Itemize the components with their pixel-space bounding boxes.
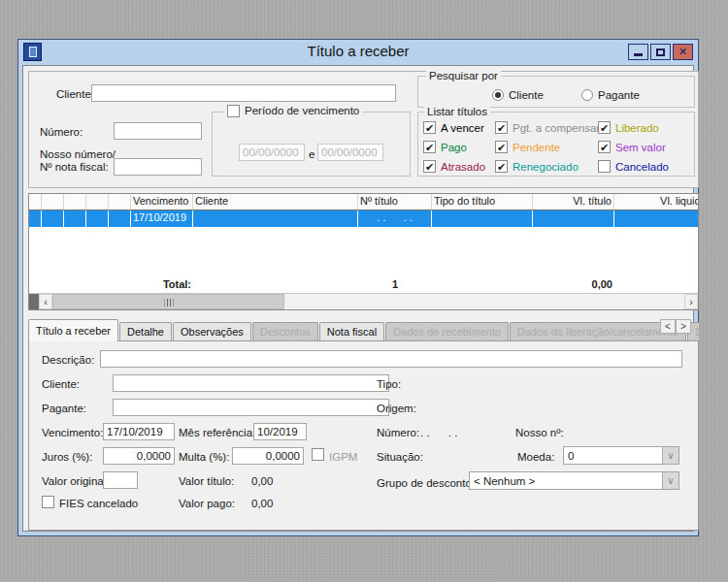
moeda-dropdown-arrow-icon[interactable]: ∨ (662, 447, 678, 464)
igpm-checkbox (312, 448, 324, 461)
tab-scroll-buttons: < > (660, 319, 691, 334)
cliente-input[interactable] (113, 374, 389, 392)
valor-original-input[interactable] (103, 471, 138, 489)
tab-detalhe[interactable]: Detalhe (119, 322, 172, 341)
nosso-numero-input[interactable] (114, 158, 202, 176)
tab-titulo-a-receber[interactable]: Título a receber (28, 319, 118, 341)
tab-scroll-right-icon[interactable]: > (676, 319, 691, 334)
valor-pago-label: Valor pago: (179, 497, 235, 510)
vencimento-input[interactable] (103, 423, 175, 440)
grid-header-vl-liquidado[interactable]: Vl. liquidado (614, 194, 699, 210)
situacao-label: Situação: (377, 450, 423, 464)
filter-checkbox-atrasado[interactable]: ✔ Atrasado (423, 159, 485, 174)
moeda-dropdown[interactable]: 0 ∨ (563, 446, 679, 465)
checkbox-checked-icon: ✔ (495, 121, 508, 134)
grid-header-vl-titulo[interactable]: Vl. título (533, 194, 614, 210)
checkbox-unchecked-icon (598, 160, 611, 173)
checkbox-checked-icon: ✔ (598, 141, 611, 153)
valor-original-label: Valor original: (42, 474, 109, 488)
grid-header-tipo-do-titulo[interactable]: Tipo do título (432, 194, 533, 210)
grupo-desconto-dropdown[interactable]: < Nenhum > ∨ (469, 471, 679, 490)
fies-cancelado-checkbox[interactable] (42, 496, 54, 508)
listar-titulos-caption: Listar títulos (424, 105, 490, 118)
cliente-filter-label: Cliente: (56, 87, 94, 101)
filter-checkbox-liberado[interactable]: ✔ Liberado (598, 120, 659, 135)
atrasado-label: Atrasado (441, 161, 485, 173)
filter-panel: Cliente: Pesquisar por Cliente Pagante N… (28, 71, 699, 188)
filter-checkbox-cancelado[interactable]: Cancelado (598, 159, 669, 174)
row-cliente (193, 210, 358, 227)
nosso-numero-label-line1: Nosso número/ (40, 147, 116, 161)
close-icon: ✕ (678, 46, 687, 58)
nosso-no-label: Nosso nº: (515, 426, 564, 439)
cliente-filter-input[interactable] (91, 84, 396, 102)
grid-horizontal-scrollbar[interactable]: ‹ › (29, 293, 698, 309)
filter-checkbox-pendente[interactable]: ✔ Pendente (495, 140, 560, 154)
numero-label: Número: (377, 426, 419, 439)
radio-cliente[interactable]: Cliente (492, 88, 544, 102)
origem-label: Origem: (377, 402, 416, 415)
scrollbar-track[interactable] (284, 294, 684, 309)
filter-checkbox-pgt-a-compensar[interactable]: ✔ Pgt. a compensar (495, 120, 600, 135)
periodo-conjunction-label: e (309, 147, 314, 161)
row-vl-liquidado: 0,00 (614, 210, 699, 227)
grid-header-indicator[interactable] (29, 194, 42, 210)
minimize-button[interactable] (628, 44, 648, 60)
maximize-icon (656, 48, 665, 56)
pago-label: Pago (441, 142, 467, 153)
grid-selected-row[interactable]: 17/10/2019 . . . . 0,00 (29, 210, 699, 227)
valor-titulo-label: Valor título: (179, 474, 234, 488)
tab-descontos: Descontos (252, 322, 318, 341)
grid-header-vencimento[interactable]: Vencimento (131, 194, 193, 210)
filter-checkbox-sem-valor[interactable]: ✔ Sem valor (598, 140, 666, 154)
moeda-label: Moeda: (517, 450, 554, 464)
juros-input[interactable] (103, 447, 175, 465)
valor-pago-value: 0,00 (251, 497, 273, 510)
sem-valor-label: Sem valor (615, 142, 666, 153)
window-controls: ✕ (628, 44, 693, 60)
pgt-a-compensar-label: Pgt. a compensar (513, 122, 600, 134)
grupo-desconto-dropdown-arrow-icon[interactable]: ∨ (662, 472, 678, 489)
pesquisar-por-caption: Pesquisar por (426, 69, 501, 82)
scrollbar-grip-icon (164, 299, 173, 307)
window-title: Título a receber (18, 43, 698, 59)
scrollbar-thumb[interactable] (52, 294, 284, 309)
checkbox-checked-icon: ✔ (423, 160, 436, 173)
tab-observacoes[interactable]: Observações (173, 322, 251, 341)
grid-header-cliente[interactable]: Cliente (193, 194, 358, 210)
row-n-titulo: . . . . (358, 210, 432, 227)
results-grid: Vencimento Cliente Nº título Tipo do tít… (28, 193, 699, 310)
numero-filter-input[interactable] (114, 122, 202, 140)
filter-checkbox-pago[interactable]: ✔ Pago (423, 140, 467, 154)
pagante-input[interactable] (113, 399, 389, 416)
tab-strip: Título a receber Detalhe Observações Des… (28, 319, 699, 341)
titulo-a-receber-window: Título a receber ✕ Cliente: Pesquisar po… (17, 39, 699, 536)
radio-pagante[interactable]: Pagante (581, 88, 640, 102)
close-button[interactable]: ✕ (673, 44, 693, 60)
listar-titulos-group: Listar títulos ✔ A vencer ✔ Pago ✔ Atras… (417, 112, 695, 177)
row-tipo-do-titulo (432, 210, 533, 227)
scroll-left-arrow-icon[interactable]: ‹ (39, 294, 52, 309)
vencimento-label: Vencimento: (42, 426, 103, 439)
tab-scroll-left-icon[interactable]: < (660, 319, 676, 334)
scrollbar-corner-block (29, 294, 39, 309)
scroll-right-arrow-icon[interactable]: › (684, 294, 698, 309)
periodo-date-from-input (239, 144, 305, 161)
pesquisar-por-group: Pesquisar por Cliente Pagante (417, 76, 695, 108)
filter-checkbox-renegociado[interactable]: ✔ Renegociado (495, 159, 579, 174)
maximize-button[interactable] (650, 44, 671, 60)
descricao-label: Descrição: (42, 353, 94, 367)
multa-input[interactable] (232, 447, 304, 465)
window-titlebar[interactable]: Título a receber ✕ (18, 40, 698, 65)
row-vencimento: 17/10/2019 (131, 210, 193, 227)
cliente-label: Cliente: (42, 377, 80, 391)
tab-nota-fiscal[interactable]: Nota fiscal (319, 322, 384, 341)
descricao-input[interactable] (100, 350, 682, 368)
window-client-area: Cliente: Pesquisar por Cliente Pagante N… (22, 65, 694, 532)
periodo-vencimento-checkbox[interactable] (227, 105, 240, 117)
filter-checkbox-a-vencer[interactable]: ✔ A vencer (423, 120, 484, 135)
grid-header-n-titulo[interactable]: Nº título (358, 194, 432, 210)
checkbox-checked-icon: ✔ (423, 141, 436, 153)
titulo-a-receber-tab-panel: Descrição: Cliente: Tipo: Pagante: Orige… (28, 340, 699, 531)
mes-referencia-input[interactable] (253, 423, 307, 440)
